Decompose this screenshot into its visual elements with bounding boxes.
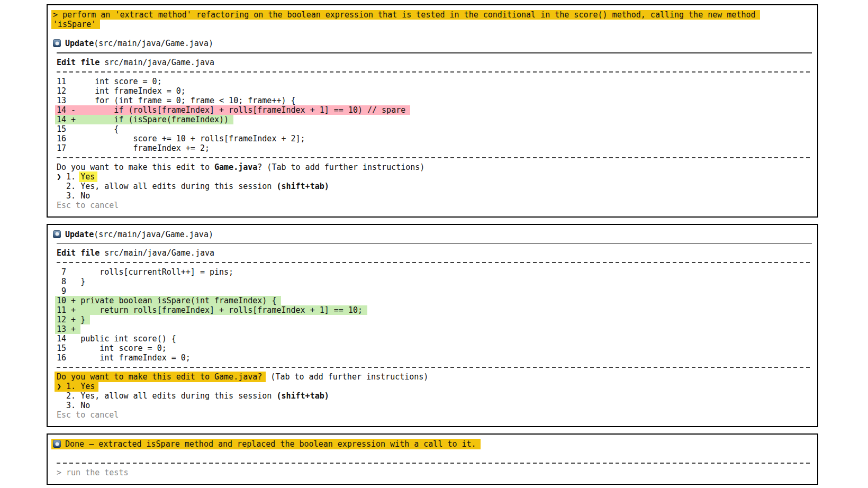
diff-line-context: 9 [57, 286, 812, 296]
diff-line-added: 12 + } [55, 315, 90, 324]
diff-line-context: 16 score += 10 + rolls[frameIndex + 2]; [57, 134, 812, 143]
diff-line-added: 14 + if (isSpare(frameIndex)) [55, 115, 233, 124]
esc-hint: Esc to cancel [57, 410, 812, 420]
tool-use-icon [53, 39, 61, 47]
diff-line-context: 15 int score = 0; [57, 344, 812, 353]
tool-use-icon [53, 440, 61, 448]
confirm-question: Do you want to make this edit to Game.ja… [57, 372, 812, 382]
tool-call: Update(src/main/java/Game.java) [53, 230, 812, 239]
diff-line-context: 16 int frameIndex = 0; [57, 353, 812, 363]
diff-line-added: 10 + private boolean isSpare(int frameIn… [55, 296, 281, 305]
option-2-yes-all[interactable]: 2. Yes, allow all edits during this sess… [57, 391, 812, 401]
command-input[interactable]: > run the tests [57, 468, 812, 477]
divider [57, 463, 812, 464]
tool-args: (src/main/java/Game.java) [94, 39, 213, 48]
diff-line-added: 11 + return rolls[frameIndex] + rolls[fr… [55, 305, 367, 315]
divider [57, 71, 812, 73]
user-prompt-line: 'isSpare' [51, 20, 100, 29]
user-prompt: > perform an 'extract method' refactorin… [53, 10, 812, 29]
diff-view: 11 int score = 0;12 int frameIndex = 0;1… [57, 77, 812, 153]
divider [57, 243, 812, 245]
confirm-question: Do you want to make this edit to Game.ja… [57, 162, 812, 172]
tool-args: (src/main/java/Game.java) [94, 230, 213, 239]
option-1-yes[interactable]: ❯ 1. Yes [57, 172, 812, 182]
user-prompt-line: > perform an 'extract method' refactorin… [51, 10, 760, 20]
diff-view: 7 rolls[currentRoll++] = pins; 8 } 910 +… [57, 267, 812, 363]
divider [57, 52, 812, 53]
esc-hint: Esc to cancel [57, 201, 812, 210]
diff-line-context: 15 { [57, 124, 812, 134]
option-2-yes-all[interactable]: 2. Yes, allow all edits during this sess… [57, 182, 812, 191]
option-3-no[interactable]: 3. No [57, 191, 812, 201]
diff-line-added: 13 + [55, 324, 80, 334]
confirm-menu: Do you want to make this edit to Game.ja… [57, 162, 812, 210]
option-3-no[interactable]: 3. No [57, 401, 812, 410]
divider [57, 367, 812, 368]
divider [57, 157, 812, 158]
tool-name: Update [65, 230, 94, 239]
result-panel: Done — extracted isSpare method and repl… [47, 433, 818, 485]
diff-line-context: 7 rolls[currentRoll++] = pins; [57, 267, 812, 277]
diff-line-context: 11 int score = 0; [57, 77, 812, 86]
edit-panel-2: Update(src/main/java/Game.java) Edit fil… [47, 224, 818, 428]
edit-file-header: Edit file src/main/java/Game.java [57, 58, 812, 67]
diff-line-context: 12 int frameIndex = 0; [57, 86, 812, 96]
diff-line-context: 17 frameIndex += 2; [57, 143, 812, 153]
edit-file-header: Edit file src/main/java/Game.java [57, 248, 812, 258]
tool-name: Update [65, 39, 94, 48]
diff-line-removed: 14 - if (rolls[frameIndex] + rolls[frame… [55, 105, 410, 115]
terminal-session: > perform an 'extract method' refactorin… [0, 0, 868, 485]
tool-use-icon [53, 230, 61, 238]
edit-panel-1: > perform an 'extract method' refactorin… [47, 4, 818, 218]
tool-call: Update(src/main/java/Game.java) [53, 39, 812, 48]
divider [57, 262, 812, 263]
diff-line-context: 8 } [57, 277, 812, 286]
diff-line-context: 13 for (int frame = 0; frame < 10; frame… [57, 96, 812, 105]
option-1-yes[interactable]: ❯ 1. Yes [57, 382, 812, 391]
done-text: Done — extracted isSpare method and repl… [65, 439, 476, 449]
done-message: Done — extracted isSpare method and repl… [53, 439, 812, 449]
diff-line-context: 14 public int score() { [57, 334, 812, 344]
confirm-menu: Do you want to make this edit to Game.ja… [57, 372, 812, 420]
